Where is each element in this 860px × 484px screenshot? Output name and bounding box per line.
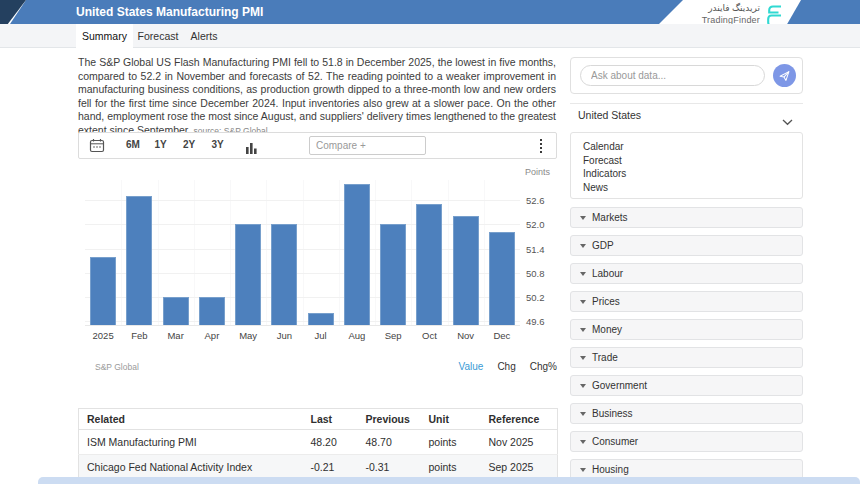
vertical-gridline: [266, 180, 267, 325]
sidebar-section-label: Business: [592, 408, 633, 419]
bar-sep[interactable]: [380, 224, 406, 325]
bar-jun[interactable]: [271, 224, 297, 325]
sidebar-link-news[interactable]: News: [571, 181, 802, 195]
sidebar-link-forecast[interactable]: Forecast: [571, 154, 802, 168]
related-table: RelatedLastPreviousUnitReference ISM Man…: [78, 408, 558, 480]
range-3y[interactable]: 3Y: [212, 139, 224, 150]
x-axis-label: Sep: [375, 330, 411, 341]
caret-down-icon: [580, 216, 586, 220]
caret-down-icon: [580, 300, 586, 304]
range-6m[interactable]: 6M: [126, 139, 140, 150]
cell: points: [421, 455, 481, 480]
sidebar-link-indicators[interactable]: Indicators: [571, 167, 802, 181]
caret-down-icon: [580, 328, 586, 332]
vertical-gridline: [121, 180, 122, 325]
cell: -0.21: [303, 455, 358, 480]
sidebar-section-business[interactable]: Business: [570, 403, 803, 424]
chart-attribution: S&P Global: [95, 362, 139, 372]
link-chg[interactable]: Chg: [497, 361, 515, 372]
x-axis-label: 2025: [85, 330, 121, 341]
sidebar-section-consumer[interactable]: Consumer: [570, 431, 803, 452]
sidebar-section-labour[interactable]: Labour: [570, 263, 803, 284]
bar-may[interactable]: [235, 224, 261, 325]
bar-dec[interactable]: [489, 232, 515, 325]
compare-input[interactable]: [309, 136, 426, 155]
sidebar-section-government[interactable]: Government: [570, 375, 803, 396]
bottom-scroll-strip[interactable]: [38, 477, 860, 484]
sidebar-section-label: Money: [592, 324, 622, 335]
bar-aug[interactable]: [344, 184, 370, 325]
vertical-gridline: [484, 180, 485, 325]
indicator-name[interactable]: ISM Manufacturing PMI: [79, 430, 303, 455]
chevron-down-icon: [782, 112, 793, 130]
range-2y[interactable]: 2Y: [183, 139, 195, 150]
vertical-gridline: [448, 180, 449, 325]
x-axis-label: Dec: [484, 330, 520, 341]
column-header-previous[interactable]: Previous: [358, 409, 421, 430]
send-button[interactable]: [773, 64, 796, 87]
bar-apr[interactable]: [199, 297, 225, 325]
caret-down-icon: [580, 244, 586, 248]
summary-paragraph: The S&P Global US Flash Manufacturing PM…: [78, 56, 556, 138]
cell: points: [421, 430, 481, 455]
y-tick-label: 52.6: [526, 195, 556, 206]
bar-jul[interactable]: [308, 313, 334, 325]
column-header-reference[interactable]: Reference: [481, 409, 558, 430]
sidebar-section-label: Prices: [592, 296, 620, 307]
related-table-header: RelatedLastPreviousUnitReference: [79, 409, 558, 430]
sidebar-section-label: Housing: [592, 464, 629, 475]
caret-down-icon: [580, 440, 586, 444]
bar-oct[interactable]: [416, 204, 442, 325]
sidebar-section-markets[interactable]: Markets: [570, 207, 803, 228]
y-axis-unit-label: Points: [525, 167, 550, 177]
cell: Nov 2025: [481, 430, 558, 455]
column-header-related[interactable]: Related: [79, 409, 303, 430]
sidebar-section-gdp[interactable]: GDP: [570, 235, 803, 256]
plot-area[interactable]: [85, 180, 520, 326]
tab-forecast[interactable]: Forecast: [134, 24, 182, 48]
sidebar-section-money[interactable]: Money: [570, 319, 803, 340]
quick-links-card: CalendarForecastIndicatorsNews: [570, 132, 803, 199]
bar-2025[interactable]: [90, 257, 116, 326]
bar-chart-type-icon[interactable]: [245, 140, 258, 158]
ask-data-input[interactable]: [580, 65, 765, 86]
page-title: United States Manufacturing PMI: [76, 4, 263, 20]
calendar-icon[interactable]: [89, 138, 105, 157]
x-axis-label: Oct: [411, 330, 447, 341]
indicator-name[interactable]: Chicago Fed National Activity Index: [79, 455, 303, 480]
link-chgpct[interactable]: Chg%: [530, 361, 557, 372]
pmi-bar-chart: Points 52.652.051.450.850.249.62025FebMa…: [85, 167, 550, 347]
y-tick-label: 49.6: [526, 316, 556, 327]
x-axis-label: Mar: [158, 330, 194, 341]
sidebar-link-calendar[interactable]: Calendar: [571, 140, 802, 154]
sidebar-section-label: Consumer: [592, 436, 638, 447]
more-options-icon[interactable]: [539, 139, 543, 157]
sidebar-section-prices[interactable]: Prices: [570, 291, 803, 312]
bar-mar[interactable]: [163, 297, 189, 325]
vertical-gridline: [230, 180, 231, 325]
bar-nov[interactable]: [453, 216, 479, 325]
ask-data-card: [570, 57, 803, 94]
paper-plane-icon: [779, 70, 790, 82]
tab-alerts[interactable]: Alerts: [185, 24, 223, 48]
sidebar-section-label: Government: [592, 380, 647, 391]
sidebar-section-label: GDP: [592, 240, 614, 251]
caret-down-icon: [580, 384, 586, 388]
table-row[interactable]: Chicago Fed National Activity Index-0.21…: [79, 455, 558, 480]
column-header-last[interactable]: Last: [303, 409, 358, 430]
sidebar-section-label: Trade: [592, 352, 618, 363]
link-value[interactable]: Value: [459, 361, 484, 372]
vertical-gridline: [158, 180, 159, 325]
range-1y[interactable]: 1Y: [155, 139, 167, 150]
country-selector[interactable]: United States: [570, 104, 803, 128]
sidebar-section-trade[interactable]: Trade: [570, 347, 803, 368]
column-header-unit[interactable]: Unit: [421, 409, 481, 430]
chart-toolbar: 6M1Y2Y3Y: [78, 132, 557, 159]
bar-feb[interactable]: [126, 196, 152, 325]
x-axis-label: Feb: [121, 330, 157, 341]
caret-down-icon: [580, 412, 586, 416]
x-axis-label: May: [230, 330, 266, 341]
vertical-gridline: [194, 180, 195, 325]
table-row[interactable]: ISM Manufacturing PMI48.2048.70pointsNov…: [79, 430, 558, 455]
tab-summary[interactable]: Summary: [76, 24, 133, 48]
